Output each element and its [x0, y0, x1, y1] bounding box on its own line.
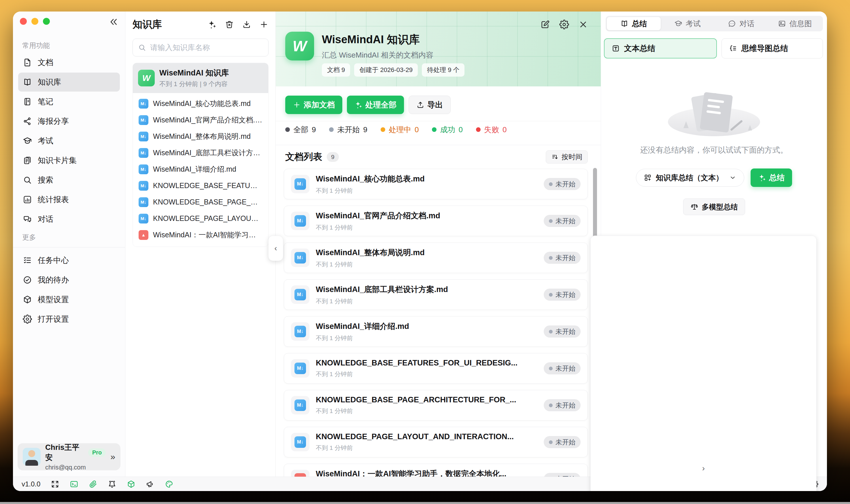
palette-icon[interactable]: [165, 480, 174, 488]
file-list-item[interactable]: M↓ WiseMindAI_底部工具栏设计方案.md: [133, 145, 268, 161]
status-dot: [329, 127, 334, 132]
cube-icon: [23, 295, 32, 304]
user-email: chris@qq.com: [45, 464, 106, 471]
sidebar-item-model-settings[interactable]: 模型设置: [18, 290, 120, 309]
document-card[interactable]: M↓ WiseMindAI_详细介绍.md 不到 1 分钟前 未开始: [284, 316, 588, 347]
sidebar-item-my-todo[interactable]: 我的待办: [18, 270, 120, 289]
minimize-window-button[interactable]: [31, 18, 38, 25]
gear-icon[interactable]: [559, 20, 569, 29]
sidebar-item-label: 任务中心: [38, 255, 69, 266]
export-button[interactable]: 导出: [409, 96, 450, 114]
kb-file-list: M↓ WiseMindAI_核心功能总表.md M↓ WiseMindAI_官网…: [133, 93, 268, 247]
megaphone-icon[interactable]: [146, 480, 155, 488]
file-list-item[interactable]: M↓ WiseMindAI_详细介绍.md: [133, 161, 268, 177]
markdown-file-icon: M↓: [295, 436, 306, 448]
filter-not-started[interactable]: 未开始 9: [329, 125, 367, 135]
file-list-item[interactable]: M↓ WiseMindAI_整体布局说明.md: [133, 128, 268, 145]
paperclip-icon[interactable]: [89, 480, 98, 488]
maximize-window-button[interactable]: [43, 18, 50, 25]
text-icon: [612, 44, 620, 53]
mindmap-icon: [729, 44, 737, 53]
terminal-icon[interactable]: [70, 480, 78, 488]
clear-box-icon[interactable]: [225, 20, 234, 29]
markdown-file-icon: M↓: [295, 363, 306, 374]
sidebar-item-flashcards[interactable]: 知识卡片集: [18, 151, 120, 170]
filter-all[interactable]: 全部 9: [285, 125, 316, 135]
empty-state-text: 还没有总结内容，你可以试试下面的方式。: [640, 145, 788, 155]
app-window: 常用功能 文档 知识库 笔记 海报分享: [13, 12, 827, 491]
mindmap-summary-mode-button[interactable]: 思维导图总结: [722, 38, 823, 58]
sidebar-item-poster-share[interactable]: 海报分享: [18, 112, 120, 131]
document-card[interactable]: M↓ WiseMindAI_整体布局说明.md 不到 1 分钟前 未开始: [284, 242, 588, 273]
file-list-item[interactable]: M↓ KNOWLEDGE_BASE_FEATURES_FOR...: [133, 177, 268, 194]
summary-type-dropdown[interactable]: 知识库总结（文本）: [636, 169, 744, 187]
text-summary-mode-button[interactable]: 文本总结: [604, 38, 717, 58]
sidebar-item-label: 我的待办: [38, 275, 69, 285]
markdown-file-icon: M↓: [139, 164, 148, 174]
markdown-file-icon: M↓: [295, 289, 306, 300]
sidebar-item-search[interactable]: 搜索: [18, 170, 120, 190]
status-badge: 未开始: [544, 215, 581, 227]
sidebar-item-label: 笔记: [38, 96, 53, 107]
status-dot: [476, 127, 481, 132]
doc-count-badge: 文档 9: [322, 64, 350, 77]
ai-sparkles-icon[interactable]: [208, 20, 217, 29]
grid-plus-icon: [644, 174, 652, 182]
expand-icon[interactable]: [51, 480, 59, 488]
add-icon[interactable]: [259, 20, 268, 29]
filter-failed[interactable]: 失败 0: [476, 125, 507, 135]
chat-icon: [23, 215, 32, 224]
file-list-item[interactable]: M↓ KNOWLEDGE_PAGE_LAYOUT_AND_I...: [133, 210, 268, 227]
tab-infographic[interactable]: 信息图: [768, 17, 822, 30]
bell-icon[interactable]: [108, 480, 117, 488]
page-title: WiseMindAI 知识库: [322, 32, 420, 47]
sort-by-time-button[interactable]: 按时间: [546, 150, 588, 164]
expand-right-panel-button[interactable]: ›: [590, 236, 817, 491]
user-profile-card[interactable]: Chris王平安 Pro chris@qq.com »: [18, 443, 121, 470]
upload-icon: [417, 101, 424, 109]
sidebar-item-statistics[interactable]: 统计报表: [18, 190, 120, 209]
empty-summary-state: 还没有总结内容，你可以试试下面的方式。 知识库总结（文本） 总结 多模型总结: [601, 93, 827, 215]
cube-icon[interactable]: [127, 480, 136, 488]
sidebar-item-docs[interactable]: 文档: [18, 53, 120, 72]
document-card[interactable]: M↓ KNOWLEDGE_BASE_PAGE_ARCHITECTURE_FOR_…: [284, 390, 588, 420]
document-card[interactable]: M↓ KNOWLEDGE_BASE_FEATURES_FOR_UI_REDESI…: [284, 353, 588, 384]
kb-selected-item[interactable]: W WiseMindAI 知识库 不到 1 分钟前 | 9 个内容: [133, 63, 268, 93]
file-list-item[interactable]: M↓ WiseMindAI_官网产品介绍文档.md: [133, 112, 268, 128]
sidebar-item-label: 搜索: [38, 175, 53, 185]
file-list-item[interactable]: M↓ KNOWLEDGE_BASE_PAGE_ARCHITE...: [133, 194, 268, 210]
sidebar-item-task-center[interactable]: 任务中心: [18, 251, 120, 270]
sidebar-item-chat[interactable]: 对话: [18, 210, 120, 229]
sidebar-section-common: 常用功能: [22, 41, 116, 50]
file-list-item[interactable]: ▲ WiseMindAI：一款AI智能学习助手，数...: [133, 227, 268, 243]
filter-processing[interactable]: 处理中 0: [380, 125, 419, 135]
edit-icon[interactable]: [540, 20, 550, 29]
process-all-button[interactable]: 处理全部: [347, 96, 404, 114]
markdown-file-icon: M↓: [295, 326, 306, 337]
collapse-left-panel-button[interactable]: ‹: [268, 236, 283, 261]
search-icon: [138, 43, 146, 52]
document-card[interactable]: ▲ WiseMindAI：一款AI智能学习助手，数据完全本地化... 不到 1 …: [284, 464, 588, 476]
tab-summary[interactable]: 总结: [607, 17, 661, 30]
sidebar-item-open-settings[interactable]: 打开设置: [18, 310, 120, 329]
summarize-button[interactable]: 总结: [750, 168, 792, 187]
document-card[interactable]: M↓ WiseMindAI_底部工具栏设计方案.md 不到 1 分钟前 未开始: [284, 280, 588, 310]
collapse-sidebar-icon[interactable]: [108, 17, 119, 27]
kb-search-input[interactable]: [150, 43, 263, 52]
document-card[interactable]: M↓ WiseMindAI_核心功能总表.md 不到 1 分钟前 未开始: [284, 169, 588, 199]
sidebar-item-exam[interactable]: 考试: [18, 131, 120, 150]
close-icon[interactable]: [578, 20, 588, 29]
document-card[interactable]: M↓ WiseMindAI_官网产品介绍文档.md 不到 1 分钟前 未开始: [284, 205, 588, 236]
add-document-button[interactable]: 添加文档: [285, 96, 342, 114]
import-icon[interactable]: [242, 20, 251, 29]
multi-model-summary-button[interactable]: 多模型总结: [683, 198, 745, 215]
sidebar-item-notes[interactable]: 笔记: [18, 92, 120, 111]
close-window-button[interactable]: [20, 18, 27, 25]
document-card[interactable]: M↓ KNOWLEDGE_PAGE_LAYOUT_AND_INTERACTION…: [284, 427, 588, 457]
tab-chat[interactable]: 对话: [714, 17, 768, 30]
sidebar-item-knowledge-base[interactable]: 知识库: [18, 73, 120, 92]
filter-success[interactable]: 成功 0: [432, 125, 462, 135]
kb-logo-large: W: [285, 32, 314, 60]
tab-exam[interactable]: 考试: [661, 17, 714, 30]
file-list-item[interactable]: M↓ WiseMindAI_核心功能总表.md: [133, 95, 268, 112]
